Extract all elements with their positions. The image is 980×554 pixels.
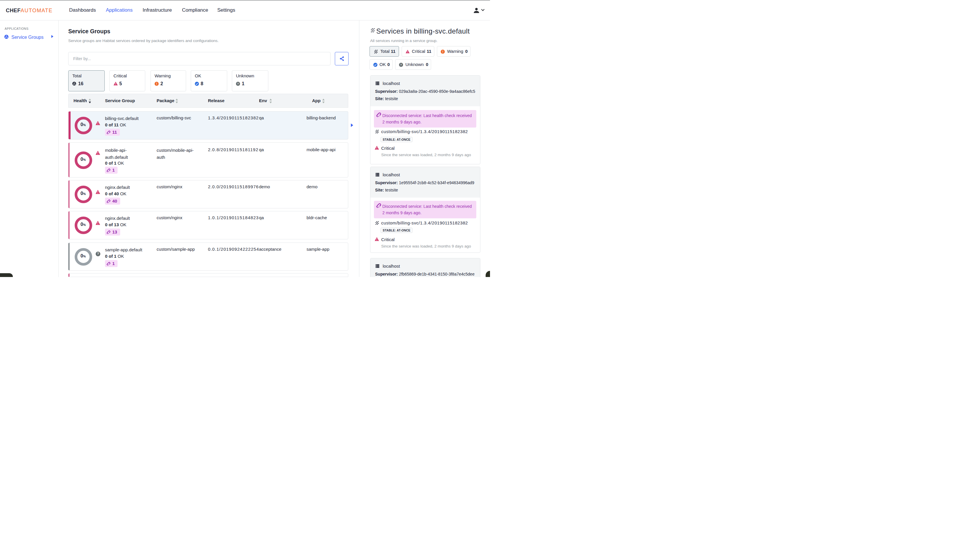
svg-text:?: ?	[237, 82, 239, 85]
svg-text:?: ?	[400, 63, 402, 66]
svg-text:?: ?	[97, 252, 99, 255]
